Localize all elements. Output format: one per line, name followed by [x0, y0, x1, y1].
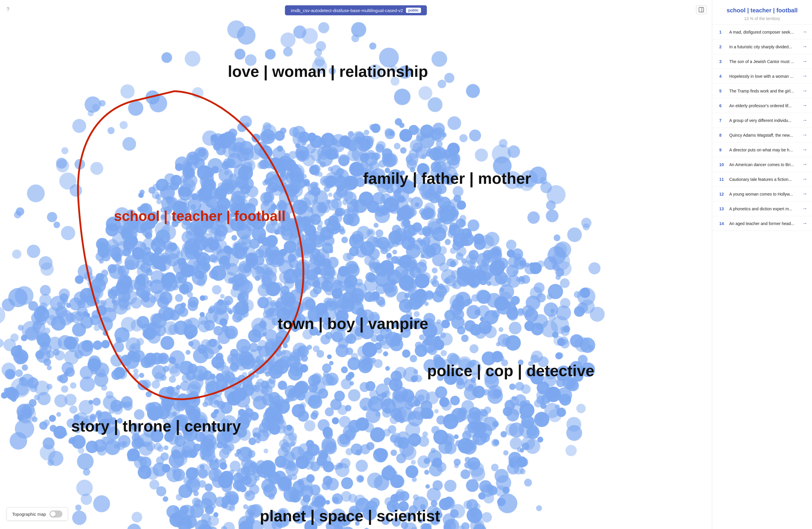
- list-item[interactable]: 11 Cautionary tale features a fiction...…: [712, 172, 812, 187]
- item-arrow-icon[interactable]: →: [802, 29, 807, 35]
- cluster-label-school[interactable]: school | teacher | football: [114, 208, 286, 224]
- svg-point-2464: [248, 329, 262, 343]
- list-item[interactable]: 6 An elderly professor's ordered lif... …: [712, 98, 812, 113]
- svg-point-2645: [314, 496, 325, 506]
- svg-point-2671: [488, 486, 497, 496]
- item-number: 8: [719, 133, 726, 138]
- results-list[interactable]: 1 A mad, disfigured composer seek... → 2…: [712, 25, 812, 529]
- svg-point-2111: [63, 432, 68, 436]
- cluster-label-town[interactable]: town | boy | vampire: [278, 315, 429, 333]
- item-number: 6: [719, 103, 726, 108]
- svg-point-2677: [360, 161, 368, 170]
- svg-point-1887: [345, 405, 351, 412]
- item-arrow-icon[interactable]: →: [802, 117, 807, 124]
- svg-point-2777: [341, 237, 348, 243]
- svg-point-2706: [216, 353, 223, 360]
- cluster-label-police[interactable]: police | cop | detective: [427, 362, 594, 380]
- map-area[interactable]: ? imdb_csv-autodetect-distiluse-base-mul…: [0, 0, 712, 529]
- cluster-label-planet[interactable]: planet | space | scientist: [260, 507, 440, 525]
- item-arrow-icon[interactable]: →: [802, 44, 807, 50]
- item-arrow-icon[interactable]: →: [802, 161, 807, 168]
- svg-point-2694: [318, 388, 328, 399]
- list-item[interactable]: 3 The son of a Jewish Cantor must ... →: [712, 54, 812, 69]
- item-arrow-icon[interactable]: →: [802, 176, 807, 182]
- item-arrow-icon[interactable]: →: [802, 73, 807, 79]
- list-item[interactable]: 8 Quincy Adams Wagstaff, the new... →: [712, 128, 812, 143]
- svg-point-1271: [308, 395, 321, 408]
- svg-point-1820: [323, 427, 333, 437]
- svg-point-1710: [456, 218, 465, 228]
- item-arrow-icon[interactable]: →: [802, 88, 807, 94]
- svg-point-2930: [546, 210, 559, 222]
- help-icon[interactable]: ?: [6, 6, 10, 13]
- list-item[interactable]: 10 An American dancer comes to Bri... →: [712, 157, 812, 172]
- svg-point-1849: [426, 291, 433, 298]
- cluster-label-family[interactable]: family | father | mother: [363, 170, 531, 188]
- item-arrow-icon[interactable]: →: [802, 220, 807, 227]
- svg-point-2855: [54, 221, 60, 228]
- svg-point-2668: [311, 373, 322, 384]
- cluster-label-love[interactable]: love | woman | relationship: [228, 63, 428, 81]
- svg-point-2983: [132, 512, 142, 523]
- topographic-toggle[interactable]: Topographic map: [6, 507, 68, 521]
- svg-point-1211: [424, 302, 429, 306]
- svg-point-2918: [369, 42, 376, 49]
- svg-point-2339: [534, 399, 542, 408]
- svg-point-2757: [221, 444, 232, 455]
- item-arrow-icon[interactable]: →: [802, 58, 807, 65]
- list-item[interactable]: 5 The Tramp finds work and the girl... →: [712, 84, 812, 98]
- svg-point-2880: [427, 97, 442, 112]
- svg-point-2948: [93, 495, 110, 512]
- svg-point-1772: [509, 384, 516, 390]
- svg-point-2399: [412, 442, 418, 447]
- collapse-sidebar-button[interactable]: [696, 5, 707, 14]
- svg-point-2799: [375, 208, 390, 223]
- svg-point-1390: [92, 398, 101, 406]
- svg-point-2686: [432, 227, 446, 241]
- svg-point-2225: [362, 342, 377, 357]
- svg-point-1377: [305, 245, 311, 251]
- svg-point-1415: [262, 332, 266, 337]
- list-item[interactable]: 1 A mad, disfigured composer seek... →: [712, 25, 812, 40]
- item-arrow-icon[interactable]: →: [802, 205, 807, 212]
- svg-point-2687: [424, 458, 430, 464]
- topo-switch[interactable]: [49, 511, 62, 517]
- list-item[interactable]: 12 A young woman comes to Hollyw... →: [712, 187, 812, 201]
- svg-point-2281: [291, 446, 304, 460]
- svg-point-2546: [458, 242, 464, 248]
- svg-point-2845: [474, 503, 480, 510]
- svg-point-2408: [185, 173, 191, 180]
- svg-point-839: [320, 138, 327, 145]
- list-item[interactable]: 7 A group of very different individu... …: [712, 113, 812, 128]
- svg-point-2929: [235, 48, 246, 59]
- list-item[interactable]: 14 An aged teacher and former head... →: [712, 216, 812, 231]
- item-arrow-icon[interactable]: →: [802, 102, 807, 109]
- svg-point-2868: [119, 121, 128, 129]
- svg-point-2901: [72, 119, 86, 133]
- svg-point-2166: [136, 284, 150, 299]
- cluster-label-story[interactable]: story | throne | century: [71, 417, 241, 435]
- svg-point-1847: [416, 132, 425, 141]
- svg-point-2956: [459, 134, 467, 142]
- svg-point-2966: [127, 524, 141, 529]
- item-arrow-icon[interactable]: →: [802, 191, 807, 197]
- list-item[interactable]: 13 A phonetics and diction expert m... →: [712, 201, 812, 216]
- scatter-plot[interactable]: love | woman | relationship family | fat…: [0, 0, 712, 529]
- list-item[interactable]: 9 A director puts on what may be h... →: [712, 143, 812, 157]
- list-item[interactable]: 2 In a futuristic city sharply divided..…: [712, 40, 812, 54]
- svg-point-2782: [310, 138, 317, 145]
- svg-point-1976: [325, 332, 332, 339]
- svg-point-2716: [323, 476, 333, 485]
- svg-point-2409: [285, 153, 290, 158]
- list-item[interactable]: 4 Hopelessly in love with a woman ... →: [712, 69, 812, 84]
- svg-point-2565: [143, 329, 153, 339]
- svg-point-2650: [154, 325, 166, 337]
- svg-point-1563: [88, 356, 101, 368]
- item-arrow-icon[interactable]: →: [802, 132, 807, 138]
- svg-point-2717: [435, 195, 444, 203]
- item-arrow-icon[interactable]: →: [802, 147, 807, 153]
- svg-point-2053: [300, 402, 306, 409]
- svg-point-2591: [236, 196, 244, 203]
- svg-point-2767: [427, 148, 432, 153]
- svg-point-2728: [169, 392, 179, 402]
